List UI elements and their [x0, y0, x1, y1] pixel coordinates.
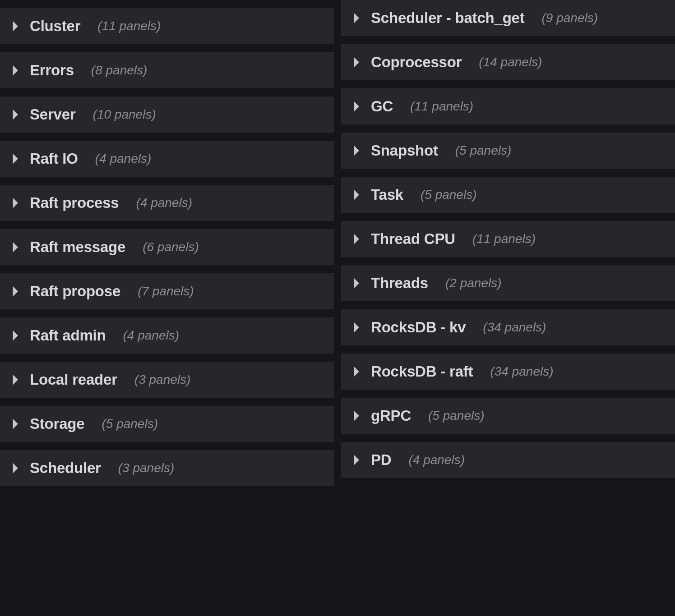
row-meta: (3 panels) [134, 372, 191, 387]
row-meta: (14 panels) [479, 55, 542, 69]
chevron-right-icon [12, 374, 20, 386]
row-meta: (5 panels) [102, 417, 158, 431]
row-meta: (3 panels) [118, 461, 175, 475]
chevron-right-icon [353, 322, 361, 333]
chevron-right-icon [353, 145, 361, 156]
row-title: RocksDB - raft [371, 363, 473, 380]
row-local-reader[interactable]: Local reader (3 panels) [0, 362, 334, 398]
row-meta: (4 panels) [95, 152, 152, 166]
row-scheduler-batch-get[interactable]: Scheduler - batch_get (9 panels) [341, 0, 675, 36]
column-left: Cluster (11 panels) Errors (8 panels) Se… [0, 0, 334, 494]
row-task[interactable]: Task (5 panels) [341, 177, 675, 213]
row-meta: (5 panels) [428, 409, 485, 423]
row-rocksdb-raft[interactable]: RocksDB - raft (34 panels) [341, 354, 675, 390]
row-meta: (9 panels) [542, 11, 598, 25]
row-raft-propose[interactable]: Raft propose (7 panels) [0, 273, 334, 309]
row-title: Storage [30, 415, 84, 432]
row-meta: (2 panels) [445, 276, 502, 290]
row-server[interactable]: Server (10 panels) [0, 97, 334, 133]
row-meta: (34 panels) [490, 364, 553, 379]
chevron-right-icon [12, 153, 20, 165]
row-grpc[interactable]: gRPC (5 panels) [341, 398, 675, 434]
row-title: Thread CPU [371, 230, 455, 248]
row-title: Coprocessor [371, 54, 462, 71]
row-gc[interactable]: GC (11 panels) [341, 88, 675, 124]
row-title: Cluster [30, 18, 80, 35]
row-title: GC [371, 98, 393, 115]
chevron-right-icon [353, 410, 361, 422]
column-right: Scheduler - batch_get (9 panels) Coproce… [341, 0, 675, 494]
row-title: Threads [371, 275, 428, 292]
row-meta: (11 panels) [97, 19, 161, 33]
chevron-right-icon [353, 366, 361, 377]
chevron-right-icon [12, 197, 20, 209]
chevron-right-icon [12, 330, 20, 341]
row-meta: (11 panels) [472, 232, 536, 246]
row-title: Task [371, 186, 403, 203]
dashboard-row-groups: Cluster (11 panels) Errors (8 panels) Se… [0, 0, 675, 494]
row-meta: (7 panels) [138, 284, 194, 299]
row-title: Raft message [30, 239, 125, 256]
row-rocksdb-kv[interactable]: RocksDB - kv (34 panels) [341, 309, 675, 345]
row-title: Raft propose [30, 283, 120, 300]
chevron-right-icon [12, 64, 20, 76]
row-meta: (4 panels) [136, 196, 193, 210]
chevron-right-icon [12, 462, 20, 474]
row-title: Raft process [30, 194, 119, 211]
row-title: Errors [30, 62, 74, 79]
chevron-right-icon [12, 241, 20, 253]
row-raft-process[interactable]: Raft process (4 panels) [0, 185, 334, 221]
row-title: Raft IO [30, 150, 78, 167]
row-raft-message[interactable]: Raft message (6 panels) [0, 229, 334, 265]
row-meta: (6 panels) [143, 240, 199, 254]
row-thread-cpu[interactable]: Thread CPU (11 panels) [341, 221, 675, 257]
chevron-right-icon [353, 233, 361, 245]
row-cluster[interactable]: Cluster (11 panels) [0, 8, 334, 44]
row-title: Server [30, 106, 76, 123]
chevron-right-icon [12, 20, 20, 32]
chevron-right-icon [353, 101, 361, 112]
row-title: Local reader [30, 371, 117, 388]
chevron-right-icon [353, 454, 361, 466]
row-raft-admin[interactable]: Raft admin (4 panels) [0, 317, 334, 354]
row-meta: (4 panels) [408, 453, 465, 467]
row-threads[interactable]: Threads (2 panels) [341, 265, 675, 301]
chevron-right-icon [353, 56, 361, 68]
row-meta: (11 panels) [410, 99, 473, 114]
row-title: gRPC [371, 407, 411, 424]
row-meta: (8 panels) [91, 63, 148, 78]
row-coprocessor[interactable]: Coprocessor (14 panels) [341, 44, 675, 80]
row-meta: (4 panels) [123, 328, 180, 343]
row-storage[interactable]: Storage (5 panels) [0, 406, 334, 442]
row-title: PD [371, 451, 391, 469]
row-raft-io[interactable]: Raft IO (4 panels) [0, 141, 334, 177]
row-meta: (5 panels) [455, 143, 512, 158]
row-errors[interactable]: Errors (8 panels) [0, 52, 334, 88]
row-scheduler[interactable]: Scheduler (3 panels) [0, 450, 334, 486]
chevron-right-icon [12, 285, 20, 297]
chevron-right-icon [12, 109, 20, 120]
chevron-right-icon [353, 12, 361, 24]
row-meta: (34 panels) [483, 320, 546, 335]
row-meta: (10 panels) [93, 107, 156, 122]
row-meta: (5 panels) [421, 188, 477, 202]
row-title: Scheduler - batch_get [371, 9, 525, 27]
row-title: Scheduler [30, 460, 101, 477]
row-title: RocksDB - kv [371, 319, 466, 336]
row-title: Raft admin [30, 327, 106, 344]
row-pd[interactable]: PD (4 panels) [341, 442, 675, 478]
row-title: Snapshot [371, 142, 438, 159]
chevron-right-icon [12, 418, 20, 430]
chevron-right-icon [353, 277, 361, 289]
row-snapshot[interactable]: Snapshot (5 panels) [341, 133, 675, 169]
chevron-right-icon [353, 189, 361, 201]
